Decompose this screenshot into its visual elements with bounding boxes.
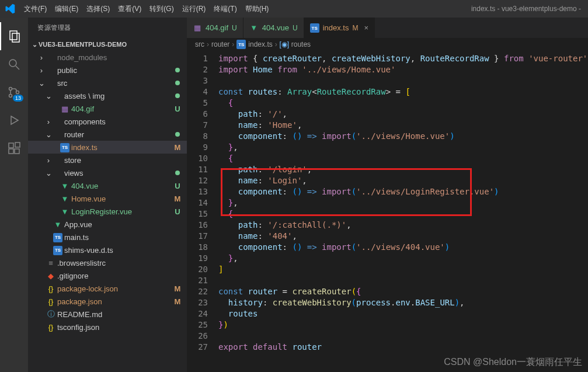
tree-item[interactable]: ▼404.vueU	[28, 179, 187, 192]
tree-item[interactable]: ▼App.vue	[28, 218, 187, 231]
search-icon[interactable]	[0, 50, 28, 78]
close-icon[interactable]: ×	[364, 23, 368, 32]
breadcrumb-item[interactable]: routes	[291, 40, 311, 48]
menu-item[interactable]: 查看(V)	[114, 5, 145, 13]
code-line[interactable]: {	[218, 208, 588, 220]
breadcrumb-item[interactable]: src	[195, 40, 204, 48]
project-header[interactable]: ⌄ VUE3-ELEMENTPLUS-DEMO	[28, 38, 187, 51]
code-line[interactable]: component: () => import('../views/Home.v…	[218, 131, 588, 142]
code-line[interactable]: import { createRouter, createWebHistory,…	[218, 53, 588, 64]
tree-item[interactable]: ›public	[28, 64, 187, 77]
svg-rect-11	[15, 142, 20, 147]
tree-item[interactable]: ⌄router	[28, 128, 187, 141]
editor-tab[interactable]: TSindex.tsM×	[304, 18, 375, 38]
line-number: 11	[187, 164, 208, 175]
svg-rect-0	[10, 31, 17, 40]
project-name: VUE3-ELEMENTPLUS-DEMO	[39, 41, 127, 48]
menu-item[interactable]: 编辑(E)	[51, 5, 82, 13]
code-line[interactable]: name: 'Home',	[218, 120, 588, 131]
editor-tab[interactable]: ▦404.gifU	[187, 18, 243, 38]
scm-icon[interactable]: 13	[0, 78, 28, 106]
extensions-icon[interactable]	[0, 134, 28, 162]
menu-item[interactable]: 帮助(H)	[241, 5, 273, 13]
breadcrumb[interactable]: src›router›TSindex.ts›[◉]routes	[187, 38, 588, 51]
code-line[interactable]: const routes: Array<RouteRecordRaw> = [	[218, 86, 588, 98]
scm-badge: 13	[13, 95, 23, 102]
tree-item[interactable]: ›node_modules	[28, 51, 187, 64]
tree-item[interactable]: ▼Home.vueM	[28, 192, 187, 205]
code-line[interactable]: ]	[218, 264, 588, 275]
tree-item[interactable]: TSmain.ts	[28, 231, 187, 244]
tree-item[interactable]: {}package-lock.jsonM	[28, 282, 187, 295]
code-line[interactable]: history: createWebHistory(process.env.BA…	[218, 297, 588, 308]
code-line[interactable]: path: '/login',	[218, 164, 588, 175]
code-line[interactable]: export default router	[218, 342, 588, 353]
code-line[interactable]: {	[218, 98, 588, 109]
menu-item[interactable]: 运行(R)	[178, 5, 210, 13]
code-line[interactable]: component: () => import('../views/LoginR…	[218, 186, 588, 197]
tree-item[interactable]: ⌄src	[28, 77, 187, 89]
code-line[interactable]: component: () => import('../views/404.vu…	[218, 242, 588, 253]
line-number: 9	[187, 142, 208, 153]
line-number: 20	[187, 264, 208, 275]
menu-item[interactable]: 文件(F)	[20, 5, 51, 13]
code-line[interactable]: path: '/',	[218, 109, 588, 120]
tree-item[interactable]: ›store	[28, 154, 187, 166]
line-number: 7	[187, 120, 208, 131]
git-status: U	[173, 105, 182, 113]
code-line[interactable]: },	[218, 142, 588, 153]
tree-item[interactable]: TSindex.tsM	[28, 141, 187, 154]
line-number: 17	[187, 231, 208, 242]
code-line[interactable]: {	[218, 153, 588, 164]
tree-item[interactable]: ≡.browserslistrc	[28, 256, 187, 269]
code-line[interactable]	[218, 75, 588, 86]
code-line[interactable]: path: '/:catchAll(.*)',	[218, 220, 588, 231]
chevron-icon: ›	[44, 156, 53, 165]
menu-item[interactable]: 终端(T)	[210, 5, 241, 13]
code-line[interactable]: },	[218, 253, 588, 264]
tree-item[interactable]: ⓘREADME.md	[28, 308, 187, 321]
file-icon: {}	[46, 297, 56, 306]
code-line[interactable]: routes	[218, 308, 588, 319]
file-label: shims-vue.d.ts	[64, 246, 182, 255]
tree-item[interactable]: ◆.gitignore	[28, 269, 187, 282]
code-line[interactable]: name: 'Login',	[218, 175, 588, 186]
breadcrumb-item[interactable]: index.ts	[248, 40, 272, 48]
menu-item[interactable]: 转到(G)	[145, 5, 178, 13]
debug-icon[interactable]	[0, 106, 28, 134]
file-icon: ◆	[46, 271, 56, 280]
line-number: 24	[187, 308, 208, 319]
code-line[interactable]: },	[218, 197, 588, 208]
code-line[interactable]: name: '404',	[218, 231, 588, 242]
chevron-icon: ›	[44, 117, 53, 126]
code-line[interactable]	[218, 331, 588, 342]
tree-item[interactable]: ▦404.gifU	[28, 102, 187, 115]
line-number: 10	[187, 153, 208, 164]
code-line[interactable]	[218, 275, 588, 286]
tree-item[interactable]: ▼LoginRegister.vueU	[28, 205, 187, 218]
editor-tab[interactable]: ▼404.vueU	[243, 18, 304, 38]
svg-rect-1	[12, 33, 19, 42]
code-editor[interactable]: 1234567891011121314151617181920212223242…	[187, 51, 588, 372]
tree-item[interactable]: ⌄assets \ img	[28, 89, 187, 102]
tree-item[interactable]: {}tsconfig.json	[28, 321, 187, 333]
tree-item[interactable]: ›components	[28, 115, 187, 128]
file-icon: ▼	[60, 207, 70, 216]
chevron-icon: ⌄	[44, 130, 53, 139]
file-label: package.json	[57, 297, 173, 306]
code-line[interactable]: import Home from '../views/Home.vue'	[218, 64, 588, 75]
menu-item[interactable]: 选择(S)	[82, 5, 114, 13]
sidebar-title: 资源管理器	[28, 18, 187, 38]
breadcrumb-icon: TS	[236, 40, 246, 50]
menu-bar: 文件(F)编辑(E)选择(S)查看(V)转到(G)运行(R)终端(T)帮助(H)…	[0, 0, 588, 18]
git-status: U	[173, 182, 182, 190]
tree-item[interactable]: TSshims-vue.d.ts	[28, 244, 187, 256]
code-line[interactable]: })	[218, 319, 588, 331]
tree-item[interactable]: {}package.jsonM	[28, 295, 187, 308]
code-line[interactable]: const router = createRouter({	[218, 286, 588, 297]
explorer-icon[interactable]	[0, 22, 28, 50]
chevron-icon: ⌄	[37, 79, 46, 88]
code-content[interactable]: import { createRouter, createWebHistory,…	[218, 51, 588, 372]
breadcrumb-item[interactable]: router	[211, 40, 229, 48]
tree-item[interactable]: ⌄views	[28, 166, 187, 179]
